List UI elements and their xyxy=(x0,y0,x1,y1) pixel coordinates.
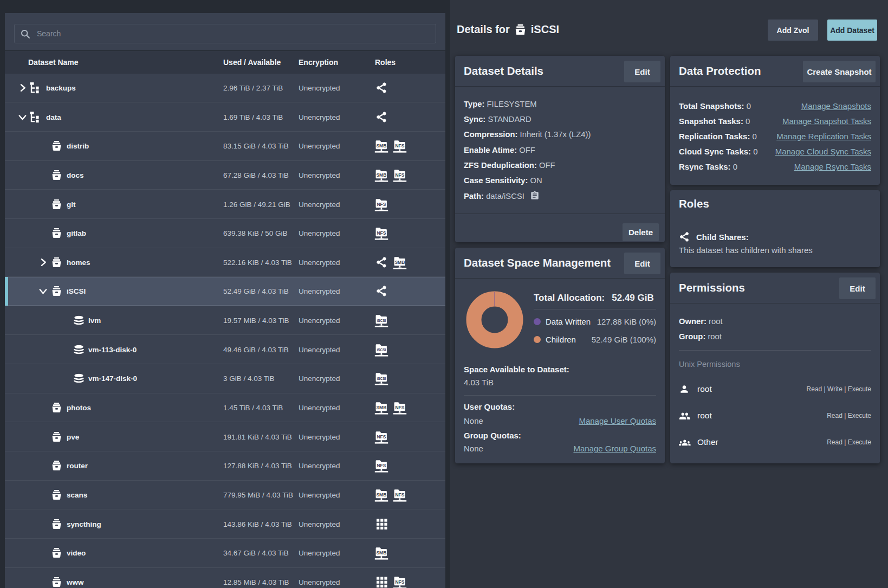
svg-text:NFS: NFS xyxy=(377,434,386,439)
svg-text:NFS: NFS xyxy=(395,172,404,177)
svg-text:NFS: NFS xyxy=(395,579,404,585)
svg-text:iSCSI: iSCSI xyxy=(377,347,386,351)
svg-text:SMB: SMB xyxy=(394,259,405,264)
svg-text:iSCSI: iSCSI xyxy=(377,319,386,322)
svg-text:NFS: NFS xyxy=(395,143,404,148)
svg-text:SMB: SMB xyxy=(376,172,386,177)
svg-text:NFS: NFS xyxy=(377,201,386,206)
svg-text:NFS: NFS xyxy=(395,405,404,410)
svg-text:SMB: SMB xyxy=(376,405,386,410)
svg-text:SMB: SMB xyxy=(376,143,386,148)
svg-text:NFS: NFS xyxy=(377,230,386,236)
svg-text:iSCSI: iSCSI xyxy=(377,377,386,380)
svg-text:NFS: NFS xyxy=(395,492,404,497)
svg-text:NFS: NFS xyxy=(377,463,386,468)
svg-text:SMB: SMB xyxy=(376,492,386,497)
svg-text:SMB: SMB xyxy=(376,550,386,555)
